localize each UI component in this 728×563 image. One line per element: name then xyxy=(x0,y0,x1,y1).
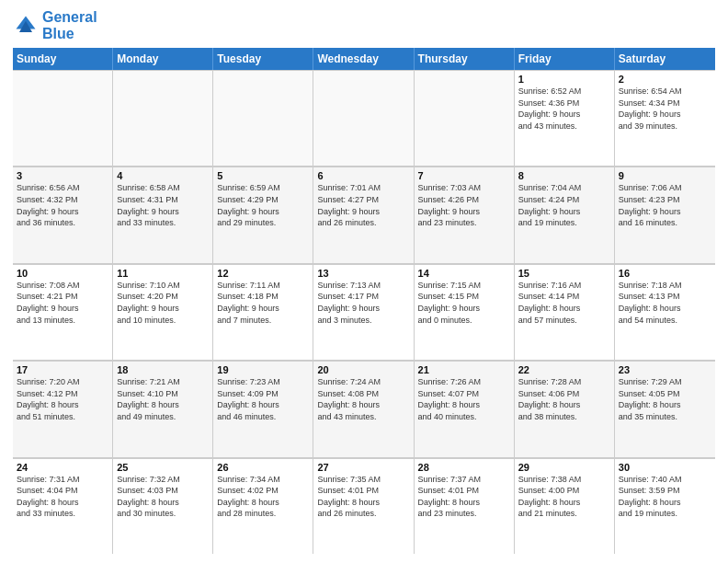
day-info: Sunrise: 7:18 AM Sunset: 4:13 PM Dayligh… xyxy=(619,280,711,326)
day-info: Sunrise: 7:38 AM Sunset: 4:00 PM Dayligh… xyxy=(518,474,610,520)
day-info: Sunrise: 7:23 AM Sunset: 4:09 PM Dayligh… xyxy=(217,376,309,422)
day-info: Sunrise: 7:35 AM Sunset: 4:01 PM Dayligh… xyxy=(317,474,409,520)
day-number: 21 xyxy=(418,364,510,375)
header-day-sunday: Sunday xyxy=(13,48,113,70)
day-number: 10 xyxy=(17,268,108,279)
calendar-header: SundayMondayTuesdayWednesdayThursdayFrid… xyxy=(13,48,715,70)
header-day-monday: Monday xyxy=(113,48,213,70)
day-number: 13 xyxy=(317,268,409,279)
empty-cell xyxy=(213,71,313,166)
day-number: 4 xyxy=(117,170,209,181)
day-info: Sunrise: 7:06 AM Sunset: 4:23 PM Dayligh… xyxy=(619,182,711,228)
day-cell-20: 20Sunrise: 7:24 AM Sunset: 4:08 PM Dayli… xyxy=(313,362,414,456)
week-row-5: 24Sunrise: 7:31 AM Sunset: 4:04 PM Dayli… xyxy=(13,458,715,554)
day-cell-22: 22Sunrise: 7:28 AM Sunset: 4:06 PM Dayli… xyxy=(515,362,615,456)
day-info: Sunrise: 7:28 AM Sunset: 4:06 PM Dayligh… xyxy=(518,376,610,422)
day-cell-5: 5Sunrise: 6:59 AM Sunset: 4:29 PM Daylig… xyxy=(213,167,313,262)
day-cell-13: 13Sunrise: 7:13 AM Sunset: 4:17 PM Dayli… xyxy=(313,265,414,360)
day-info: Sunrise: 7:34 AM Sunset: 4:02 PM Dayligh… xyxy=(217,474,309,520)
day-cell-10: 10Sunrise: 7:08 AM Sunset: 4:21 PM Dayli… xyxy=(13,265,113,360)
day-number: 3 xyxy=(17,170,108,181)
day-cell-3: 3Sunrise: 6:56 AM Sunset: 4:32 PM Daylig… xyxy=(13,167,113,262)
day-cell-4: 4Sunrise: 6:58 AM Sunset: 4:31 PM Daylig… xyxy=(113,167,213,262)
day-number: 16 xyxy=(619,268,711,279)
day-number: 12 xyxy=(217,268,309,279)
header-day-thursday: Thursday xyxy=(415,48,515,70)
day-cell-6: 6Sunrise: 7:01 AM Sunset: 4:27 PM Daylig… xyxy=(313,167,414,262)
day-info: Sunrise: 7:03 AM Sunset: 4:26 PM Dayligh… xyxy=(418,182,510,228)
day-cell-9: 9Sunrise: 7:06 AM Sunset: 4:23 PM Daylig… xyxy=(615,167,715,262)
day-number: 8 xyxy=(518,170,610,181)
week-row-1: 1Sunrise: 6:52 AM Sunset: 4:36 PM Daylig… xyxy=(13,70,715,167)
week-row-2: 3Sunrise: 6:56 AM Sunset: 4:32 PM Daylig… xyxy=(13,167,715,263)
day-cell-8: 8Sunrise: 7:04 AM Sunset: 4:24 PM Daylig… xyxy=(515,167,615,262)
week-row-4: 17Sunrise: 7:20 AM Sunset: 4:12 PM Dayli… xyxy=(13,361,715,457)
day-cell-19: 19Sunrise: 7:23 AM Sunset: 4:09 PM Dayli… xyxy=(213,362,313,456)
day-info: Sunrise: 7:21 AM Sunset: 4:10 PM Dayligh… xyxy=(117,376,209,422)
calendar: SundayMondayTuesdayWednesdayThursdayFrid… xyxy=(13,48,715,554)
day-cell-26: 26Sunrise: 7:34 AM Sunset: 4:02 PM Dayli… xyxy=(213,459,313,554)
day-number: 18 xyxy=(117,364,209,375)
day-cell-14: 14Sunrise: 7:15 AM Sunset: 4:15 PM Dayli… xyxy=(415,265,515,360)
logo: General Blue xyxy=(13,9,97,42)
day-info: Sunrise: 6:52 AM Sunset: 4:36 PM Dayligh… xyxy=(518,86,610,132)
header-day-friday: Friday xyxy=(515,48,615,70)
day-cell-12: 12Sunrise: 7:11 AM Sunset: 4:18 PM Dayli… xyxy=(213,265,313,360)
day-number: 28 xyxy=(418,462,510,473)
empty-cell xyxy=(313,71,414,166)
day-info: Sunrise: 7:01 AM Sunset: 4:27 PM Dayligh… xyxy=(317,182,409,228)
empty-cell xyxy=(415,71,515,166)
day-info: Sunrise: 7:08 AM Sunset: 4:21 PM Dayligh… xyxy=(17,280,108,326)
day-info: Sunrise: 7:40 AM Sunset: 3:59 PM Dayligh… xyxy=(619,474,711,520)
day-cell-28: 28Sunrise: 7:37 AM Sunset: 4:01 PM Dayli… xyxy=(415,459,515,554)
day-info: Sunrise: 7:37 AM Sunset: 4:01 PM Dayligh… xyxy=(418,474,510,520)
day-cell-11: 11Sunrise: 7:10 AM Sunset: 4:20 PM Dayli… xyxy=(113,265,213,360)
day-number: 7 xyxy=(418,170,510,181)
day-cell-27: 27Sunrise: 7:35 AM Sunset: 4:01 PM Dayli… xyxy=(313,459,414,554)
day-info: Sunrise: 7:29 AM Sunset: 4:05 PM Dayligh… xyxy=(619,376,711,422)
day-number: 15 xyxy=(518,268,610,279)
day-cell-23: 23Sunrise: 7:29 AM Sunset: 4:05 PM Dayli… xyxy=(615,362,715,456)
day-number: 6 xyxy=(317,170,409,181)
day-info: Sunrise: 7:31 AM Sunset: 4:04 PM Dayligh… xyxy=(17,474,108,520)
day-info: Sunrise: 7:32 AM Sunset: 4:03 PM Dayligh… xyxy=(117,474,209,520)
day-info: Sunrise: 7:15 AM Sunset: 4:15 PM Dayligh… xyxy=(418,280,510,326)
day-info: Sunrise: 7:11 AM Sunset: 4:18 PM Dayligh… xyxy=(217,280,309,326)
day-cell-21: 21Sunrise: 7:26 AM Sunset: 4:07 PM Dayli… xyxy=(415,362,515,456)
header-day-wednesday: Wednesday xyxy=(313,48,414,70)
day-cell-29: 29Sunrise: 7:38 AM Sunset: 4:00 PM Dayli… xyxy=(515,459,615,554)
day-cell-17: 17Sunrise: 7:20 AM Sunset: 4:12 PM Dayli… xyxy=(13,362,113,456)
day-info: Sunrise: 6:54 AM Sunset: 4:34 PM Dayligh… xyxy=(619,86,711,132)
day-number: 17 xyxy=(17,364,108,375)
day-number: 22 xyxy=(518,364,610,375)
day-info: Sunrise: 6:59 AM Sunset: 4:29 PM Dayligh… xyxy=(217,182,309,228)
day-cell-25: 25Sunrise: 7:32 AM Sunset: 4:03 PM Dayli… xyxy=(113,459,213,554)
day-info: Sunrise: 7:10 AM Sunset: 4:20 PM Dayligh… xyxy=(117,280,209,326)
empty-cell xyxy=(13,71,113,166)
calendar-body: 1Sunrise: 6:52 AM Sunset: 4:36 PM Daylig… xyxy=(13,70,715,554)
day-number: 27 xyxy=(317,462,409,473)
day-number: 24 xyxy=(17,462,108,473)
day-info: Sunrise: 7:24 AM Sunset: 4:08 PM Dayligh… xyxy=(317,376,409,422)
page: General Blue SundayMondayTuesdayWednesda… xyxy=(0,0,728,563)
day-info: Sunrise: 6:56 AM Sunset: 4:32 PM Dayligh… xyxy=(17,182,108,228)
day-cell-16: 16Sunrise: 7:18 AM Sunset: 4:13 PM Dayli… xyxy=(615,265,715,360)
day-info: Sunrise: 6:58 AM Sunset: 4:31 PM Dayligh… xyxy=(117,182,209,228)
day-number: 23 xyxy=(619,364,711,375)
header: General Blue xyxy=(13,9,715,42)
day-number: 25 xyxy=(117,462,209,473)
day-number: 11 xyxy=(117,268,209,279)
day-number: 26 xyxy=(217,462,309,473)
day-cell-24: 24Sunrise: 7:31 AM Sunset: 4:04 PM Dayli… xyxy=(13,459,113,554)
day-info: Sunrise: 7:20 AM Sunset: 4:12 PM Dayligh… xyxy=(17,376,108,422)
logo-icon xyxy=(13,13,39,39)
header-day-tuesday: Tuesday xyxy=(213,48,313,70)
day-number: 20 xyxy=(317,364,409,375)
day-number: 1 xyxy=(518,74,610,85)
day-cell-30: 30Sunrise: 7:40 AM Sunset: 3:59 PM Dayli… xyxy=(615,459,715,554)
day-number: 29 xyxy=(518,462,610,473)
day-number: 19 xyxy=(217,364,309,375)
empty-cell xyxy=(113,71,213,166)
day-number: 5 xyxy=(217,170,309,181)
day-info: Sunrise: 7:13 AM Sunset: 4:17 PM Dayligh… xyxy=(317,280,409,326)
